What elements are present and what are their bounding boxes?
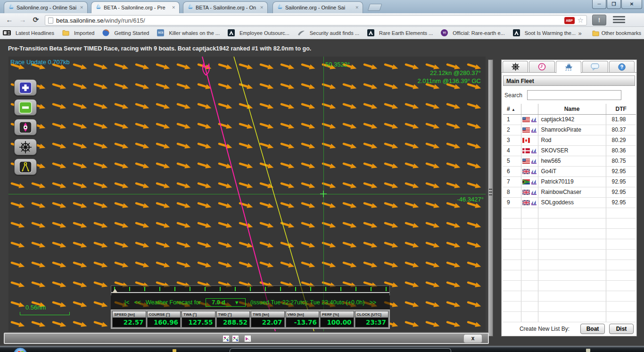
new-tab-button[interactable] — [368, 4, 382, 11]
fleet-sidebar: 213? Main Fleet Search # ▲ Name DTF 1cap… — [501, 59, 637, 336]
tab-close-icon[interactable]: ✕ — [171, 5, 176, 10]
race-map[interactable]: Race Update 0.707kb 50.3522° 22.12kn @28… — [8, 57, 486, 331]
folder-icon — [592, 30, 599, 36]
bookmark-item[interactable]: Getting Started — [102, 29, 149, 36]
tab-close-icon[interactable]: ✕ — [259, 5, 264, 10]
minimize-button-icon[interactable]: ─ — [592, 0, 606, 9]
forecast-first-button[interactable]: |< — [124, 299, 130, 306]
sidebar-tab-helm-wheel[interactable] — [503, 61, 528, 72]
fleet-boat-name[interactable]: ShamrockPirate — [538, 125, 606, 135]
fleet-dtf: 80.75 — [606, 156, 636, 166]
dtf-column-header[interactable]: DTF — [606, 104, 636, 114]
fleet-row[interactable]: 7Patrick7011992.95 — [503, 176, 636, 187]
bookmark-item[interactable]: Security audit finds ... — [297, 30, 359, 36]
gb-flag-icon — [522, 199, 531, 206]
zoom-in-button[interactable] — [14, 79, 37, 96]
slider-tick — [265, 287, 266, 291]
fleet-row[interactable]: 4SKOVSER80.36 — [503, 145, 636, 156]
slider-tick — [355, 287, 356, 291]
instrument-value: 23:37 — [355, 318, 388, 327]
forecast-next-button[interactable]: >> — [369, 299, 376, 306]
fleet-boat-name[interactable]: SKOVSER — [538, 145, 606, 156]
reload-icon[interactable]: ⟳ — [30, 15, 41, 25]
forecast-prev-button[interactable]: << — [134, 299, 141, 306]
bookmark-label: Rare Earth Elements ... — [379, 30, 433, 36]
footer-close-button[interactable]: x — [463, 334, 482, 343]
bookmark-item[interactable]: Latest Headlines — [3, 30, 54, 36]
browser-tab[interactable]: BETA - Sailonline.org - Pre✕ — [91, 1, 180, 13]
fleet-row[interactable]: 8RainbowChaser92.95 — [503, 187, 636, 197]
taskbar-app-button[interactable] — [230, 348, 451, 352]
create-list-dist-button[interactable]: Dist — [609, 324, 634, 334]
fleet-row[interactable]: 6Go4iT92.95 — [503, 166, 636, 176]
bookmarks-overflow-icon[interactable]: » — [578, 30, 581, 37]
panel-splitter[interactable] — [488, 59, 493, 336]
forecast-time-slider[interactable] — [111, 285, 390, 295]
bookmark-item[interactable]: Soot Is Warming the... — [513, 29, 576, 36]
taskbar-icon[interactable] — [173, 349, 176, 352]
fleet-boat-name[interactable]: Go4iT — [538, 166, 606, 176]
measure-button[interactable] — [14, 159, 37, 175]
browser-tab[interactable]: Sailonline.org - Online Sai✕ — [4, 1, 88, 13]
fleet-row[interactable]: 2ShamrockPirate80.37 — [503, 125, 636, 135]
chat-bubble-icon — [591, 63, 599, 70]
extension-icon[interactable]: ! — [592, 15, 606, 25]
create-list-boat-button[interactable]: Boat — [580, 324, 605, 334]
address-bar[interactable]: beta.sailonline.se/windy/run/615/ ABP ☆ — [45, 15, 587, 25]
other-bookmarks-button[interactable]: Other bookmarks — [592, 30, 641, 36]
bookmark-item[interactable]: SCSKiller whales on the ... — [157, 29, 220, 36]
bookmark-item[interactable]: Rare Earth Elements ... — [367, 29, 433, 36]
fleet-boat-name[interactable]: Rod — [538, 135, 606, 145]
forecast-duration-select[interactable]: 7.0 d▼ — [206, 298, 245, 307]
fleet-boat-name[interactable]: hew565 — [538, 156, 606, 166]
fleet-row[interactable]: 9SOLgoddess92.95 — [503, 197, 636, 208]
create-list-label: Create New List By: — [520, 326, 570, 332]
browser-tab[interactable]: Sailonline.org - Online Sai✕ — [272, 1, 363, 13]
slider-tick — [205, 287, 206, 291]
fleet-row[interactable]: 5hew56580.75 — [503, 156, 636, 166]
zoom-out-button[interactable] — [14, 99, 37, 116]
tab-close-icon[interactable]: ✕ — [354, 5, 360, 10]
bookmark-item[interactable]: Y!Official: Rare-earth e... — [441, 29, 504, 36]
longitude-label: 50.3522° — [325, 61, 350, 68]
sidebar-tab-clock[interactable] — [529, 61, 554, 72]
adblock-icon[interactable]: ABP — [564, 17, 575, 24]
steering-button[interactable] — [14, 139, 37, 155]
bookmark-item[interactable]: Imported — [62, 30, 94, 36]
slider-handle-icon[interactable] — [112, 289, 118, 293]
close-button-icon[interactable]: ✕ — [621, 0, 642, 9]
instrument-label: TWD [°] — [217, 311, 250, 318]
bookmark-item[interactable]: Employee Outsourc... — [228, 29, 289, 36]
browser-menu-icon[interactable] — [613, 16, 625, 24]
fleet-boat-name[interactable]: Patrick70119 — [538, 176, 606, 187]
sidebar-tab-fleet-ship[interactable]: 213 — [556, 61, 581, 73]
bookmark-label: Killer whales on the ... — [169, 30, 220, 36]
fleet-boat-name[interactable]: SOLgoddess — [538, 197, 606, 208]
tray-icon[interactable] — [586, 349, 590, 352]
fleet-row[interactable]: 1captjack194281.98 — [503, 114, 636, 125]
fleet-boat-name[interactable]: captjack1942 — [538, 114, 606, 125]
start-button-icon[interactable] — [13, 347, 27, 352]
tab-close-icon[interactable]: ✕ — [79, 5, 84, 10]
maximize-button-icon[interactable]: ❐ — [607, 0, 621, 9]
fleet-row[interactable]: 3Rod80.29 — [503, 135, 636, 145]
dividers-icon — [19, 161, 32, 173]
fleet-boat-name[interactable]: RainbowChaser — [538, 187, 606, 197]
forward-icon[interactable]: → — [17, 15, 28, 25]
rank-column-header[interactable]: # ▲ — [503, 104, 521, 114]
name-column-header[interactable]: Name — [538, 104, 606, 114]
search-input[interactable] — [527, 90, 621, 100]
slider-tick — [250, 287, 251, 291]
sidebar-tab-chat-bubble[interactable] — [582, 61, 608, 72]
browser-tab[interactable]: BETA - Sailonline.org - On✕ — [183, 1, 268, 13]
sidebar-tab-help[interactable]: ? — [609, 61, 635, 72]
sidebar-tabs: 213? — [502, 60, 636, 73]
slider-rail — [111, 292, 389, 293]
bookmark-star-icon[interactable]: ☆ — [578, 16, 584, 25]
fleet-table-header: # ▲ Name DTF — [503, 104, 636, 114]
flag-column-header[interactable] — [521, 104, 538, 114]
back-icon[interactable]: ← — [4, 15, 15, 25]
sailboat-favicon — [277, 3, 283, 12]
center-boat-button[interactable] — [14, 119, 37, 135]
url-text[interactable]: beta.sailonline.se/windy/run/615/ — [56, 17, 564, 24]
